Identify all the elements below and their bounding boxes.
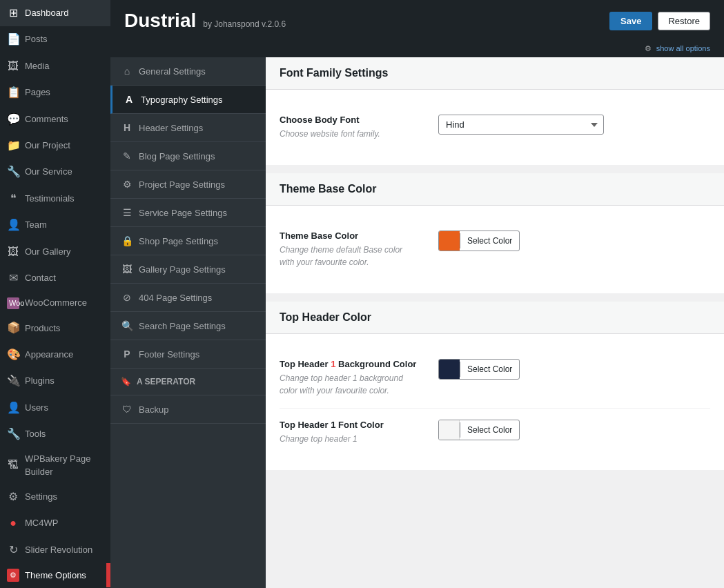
sidebar-item-label: Media <box>25 60 104 72</box>
comments-icon: 💬 <box>7 112 19 127</box>
appearance-icon: 🎨 <box>7 347 19 362</box>
sidebar-item-label: Appearance <box>25 349 104 361</box>
slider-revolution-icon: ↻ <box>7 542 19 558</box>
nav-blog-page-settings[interactable]: ✎ Blog Page Settings <box>110 142 266 170</box>
top-header-bg-select-button[interactable]: Select Color <box>460 362 519 377</box>
sidebar-item-label: Our Gallery <box>25 246 104 258</box>
nav-label: 404 Page Settings <box>139 293 212 303</box>
our-project-icon: 📁 <box>7 138 19 153</box>
nav-search-page-settings[interactable]: 🔍 Search Page Settings <box>110 312 266 340</box>
sidebar-item-testimonials[interactable]: ❝ Testimonials <box>0 186 110 212</box>
top-header-bg-color-picker[interactable]: Select Color <box>438 359 520 380</box>
users-icon: 👤 <box>7 400 19 415</box>
sidebar-item-products[interactable]: 📦 Products <box>0 315 110 341</box>
top-header-bg-color-row: Top Header 1 Background Color Change top… <box>280 348 710 409</box>
nav-gallery-page-settings[interactable]: 🖼 Gallery Page Settings <box>110 255 266 284</box>
sidebar-item-label: WPBakery Page Builder <box>25 453 104 478</box>
nav-header-settings[interactable]: H Header Settings <box>110 114 266 142</box>
sidebar-item-mc4wp[interactable]: ● MC4WP <box>0 510 110 536</box>
sidebar-item-label: Testimonials <box>25 193 104 205</box>
project-settings-icon: ⚙ <box>121 179 133 190</box>
theme-options-icon: ⚙ <box>7 569 19 582</box>
sidebar-item-our-service[interactable]: 🔧 Our Service <box>0 159 110 185</box>
sidebar-item-posts[interactable]: 📄 Posts <box>0 26 110 52</box>
theme-header: Dustrial by Johanspond v.2.0.6 Save Rest… <box>110 0 724 41</box>
sidebar-item-dashboard[interactable]: ⊞ Dashboard <box>0 0 110 26</box>
theme-base-color-row: Theme Base Color Change theme default Ba… <box>280 219 710 280</box>
main-area: Dustrial by Johanspond v.2.0.6 Save Rest… <box>110 0 724 588</box>
sidebar-item-label: Our Service <box>25 166 104 178</box>
nav-label: Blog Page Settings <box>139 151 215 161</box>
font-family-section-title: Font Family Settings <box>280 67 710 79</box>
body-font-select[interactable]: Hind Roboto Open Sans Lato Montserrat Ra… <box>438 115 604 135</box>
nav-project-page-settings[interactable]: ⚙ Project Page Settings <box>110 170 266 199</box>
restore-button[interactable]: Restore <box>658 12 710 30</box>
nav-backup[interactable]: 🛡 Backup <box>110 395 266 424</box>
top-header-font-select-button[interactable]: Select Color <box>460 422 519 438</box>
team-icon: 👤 <box>7 217 19 233</box>
sidebar-item-users[interactable]: 👤 Users <box>0 395 110 421</box>
sidebar-item-contact[interactable]: ✉ Contact <box>0 265 110 291</box>
theme-base-color-section: Theme Base Color Theme Base Color Change… <box>266 173 724 293</box>
pages-icon: 📋 <box>7 85 19 100</box>
show-all-options-link[interactable]: show all options <box>656 44 710 52</box>
section-divider-1 <box>266 166 724 173</box>
top-header-color-body: Top Header 1 Background Color Change top… <box>266 334 724 470</box>
sidebar-item-appearance[interactable]: 🎨 Appearance <box>0 342 110 368</box>
top-header-font-control: Select Color <box>438 420 710 440</box>
nav-service-page-settings[interactable]: ☰ Service Page Settings <box>110 199 266 227</box>
sidebar-item-wpbakery[interactable]: 🏗 WPBakery Page Builder <box>0 447 110 483</box>
nav-label: Shop Page Settings <box>139 236 218 246</box>
settings-icon: ⚙ <box>7 489 19 504</box>
theme-base-color-header: Theme Base Color <box>266 173 724 206</box>
posts-icon: 📄 <box>7 32 19 47</box>
sidebar-item-label: Dashboard <box>25 7 104 19</box>
sidebar-item-comments[interactable]: 💬 Comments <box>0 106 110 133</box>
sidebar-item-woocommerce[interactable]: Woo WooCommerce <box>0 291 110 315</box>
sidebar-item-label: MC4WP <box>25 517 104 529</box>
testimonials-icon: ❝ <box>7 191 19 206</box>
theme-base-color-picker[interactable]: Select Color <box>438 231 520 251</box>
choose-body-font-label-col: Choose Body Font Choose website font fam… <box>280 115 418 140</box>
sidebar-item-pages[interactable]: 📋 Pages <box>0 79 110 106</box>
wpbakery-icon: 🏗 <box>7 458 19 473</box>
sidebar-item-label: Plugins <box>25 375 104 387</box>
theme-base-color-select-button[interactable]: Select Color <box>460 233 519 248</box>
sidebar-item-label: Slider Revolution <box>25 544 104 556</box>
sidebar-item-plugins[interactable]: 🔌 Plugins <box>0 368 110 394</box>
top-header-font-color-row: Top Header 1 Font Color Change top heade… <box>280 409 710 456</box>
nav-label: Typography Settings <box>141 95 223 105</box>
sidebar-item-team[interactable]: 👤 Team <box>0 212 110 238</box>
sidebar-item-our-gallery[interactable]: 🖼 Our Gallery <box>0 239 110 265</box>
theme-base-color-desc: Change theme default Base color with you… <box>280 244 418 268</box>
sidebar-item-tools[interactable]: 🔧 Tools <box>0 421 110 447</box>
theme-base-color-control: Select Color <box>438 231 710 251</box>
sidebar-item-slider-revolution[interactable]: ↻ Slider Revolution <box>0 537 110 563</box>
nav-label: Search Page Settings <box>139 321 226 331</box>
nav-typography-settings[interactable]: A Typography Settings <box>110 86 266 114</box>
sidebar-item-settings[interactable]: ⚙ Settings <box>0 484 110 510</box>
theme-base-color-label: Theme Base Color <box>280 231 418 241</box>
nav-label: Gallery Page Settings <box>139 264 226 275</box>
sidebar-item-label: Our Project <box>25 139 104 152</box>
sidebar-item-label: WooCommerce <box>25 297 104 309</box>
save-button[interactable]: Save <box>609 12 652 30</box>
highlight-1: 1 <box>331 359 335 369</box>
top-header-color-section: Top Header Color Top Header 1 Background… <box>266 302 724 470</box>
sidebar-item-theme-options[interactable]: ⚙ Theme Options <box>0 563 110 587</box>
header-settings-icon: H <box>121 122 133 133</box>
nav-shop-page-settings[interactable]: 🔒 Shop Page Settings <box>110 227 266 255</box>
nav-general-settings[interactable]: ⌂ General Settings <box>110 57 266 86</box>
nav-404-page-settings[interactable]: ⊘ 404 Page Settings <box>110 284 266 312</box>
tools-icon: 🔧 <box>7 427 19 442</box>
sidebar-item-our-project[interactable]: 📁 Our Project <box>0 133 110 159</box>
nav-label: Service Page Settings <box>139 208 227 218</box>
nav-footer-settings[interactable]: P Footer Settings <box>110 340 266 369</box>
sidebar-item-media[interactable]: 🖼 Media <box>0 53 110 79</box>
plugins-icon: 🔌 <box>7 373 19 389</box>
sidebar-item-label: Users <box>25 402 104 414</box>
top-header-font-color-picker[interactable]: Select Color <box>438 420 520 440</box>
theme-base-color-body: Theme Base Color Change theme default Ba… <box>266 206 724 293</box>
sidebar-item-label: Products <box>25 322 104 335</box>
wp-admin-sidebar: ⊞ Dashboard 📄 Posts 🖼 Media 📋 Pages 💬 Co… <box>0 0 110 588</box>
